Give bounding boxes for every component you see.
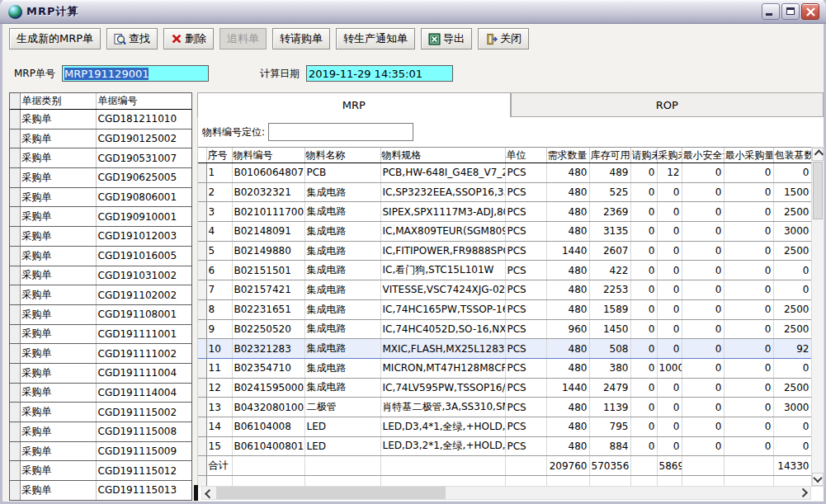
order-row[interactable]: 采购单CGD191108001 xyxy=(10,304,191,324)
cell-demand[interactable]: 480 xyxy=(546,202,589,222)
cell-demand[interactable]: 480 xyxy=(546,163,589,183)
cell-purch-pending[interactable]: 0 xyxy=(657,299,682,319)
cell-purch-pending[interactable]: 0 xyxy=(657,436,682,456)
mrp-row[interactable]: 12B0241595000集成电路IC,74LV595PW,TSSOP16/7P… xyxy=(198,378,811,398)
cell-spec[interactable]: 肖特基二极管,3A,SS310,SM xyxy=(380,398,505,417)
cell-min-purchase[interactable]: 0 xyxy=(724,398,773,417)
cell-unit[interactable]: PCS xyxy=(505,319,546,339)
order-type[interactable]: 采购单 xyxy=(20,246,96,266)
row-selector[interactable] xyxy=(198,182,206,202)
row-selector[interactable] xyxy=(198,339,206,359)
row-selector[interactable] xyxy=(10,403,20,422)
order-no[interactable]: CGD191115008 xyxy=(96,422,191,442)
cell-name[interactable]: 集成电路 xyxy=(304,339,380,359)
cell-available[interactable]: 3135 xyxy=(589,222,630,242)
order-no[interactable]: CGD191115012 xyxy=(96,461,191,481)
col-header-req-pending[interactable]: 请购未 xyxy=(630,148,657,163)
order-row[interactable]: 采购单CGD191111001 xyxy=(10,324,191,344)
cell-pack-base[interactable]: 3000 xyxy=(773,222,811,242)
row-selector[interactable] xyxy=(10,187,20,207)
row-selector[interactable] xyxy=(198,261,206,280)
cell-demand[interactable]: 480 xyxy=(546,182,589,202)
cell-available[interactable]: 1589 xyxy=(589,299,630,319)
cell-req-pending[interactable]: 0 xyxy=(630,339,657,359)
cell-name[interactable]: PCB xyxy=(304,163,380,183)
order-type[interactable]: 采购单 xyxy=(20,422,96,442)
cell-code[interactable]: B0241595000 xyxy=(232,378,304,398)
cell-min-safety[interactable]: 0 xyxy=(682,222,724,242)
col-header-spec[interactable]: 物料规格 xyxy=(380,148,505,163)
cell-min-purchase[interactable]: 0 xyxy=(724,241,773,261)
cell-purch-pending[interactable]: 0 xyxy=(657,398,682,417)
cell-purch-pending[interactable]: 0 xyxy=(657,261,682,280)
cell-seq[interactable]: 12 xyxy=(206,378,232,398)
row-selector[interactable] xyxy=(198,299,206,319)
order-type[interactable]: 采购单 xyxy=(20,304,96,324)
cell-code[interactable]: B02250520 xyxy=(232,319,304,339)
cell-available[interactable]: 380 xyxy=(589,358,630,378)
cell-seq[interactable]: 5 xyxy=(206,241,232,261)
cell-available[interactable]: 884 xyxy=(589,436,630,456)
row-selector[interactable] xyxy=(10,383,20,403)
row-selector[interactable] xyxy=(10,363,20,383)
mrp-row[interactable]: 3B0210111700集成电路SIPEX,SPX1117M3-ADJ,80PC… xyxy=(198,202,811,222)
cell-pack-base[interactable]: 2500 xyxy=(773,299,811,319)
order-no[interactable]: CGD190625005 xyxy=(96,168,191,188)
cell-available[interactable]: 2607 xyxy=(589,241,630,261)
scroll-up-button[interactable] xyxy=(812,148,824,161)
col-header-unit[interactable]: 单位 xyxy=(505,148,546,163)
cell-pack-base[interactable]: 0 xyxy=(773,280,811,300)
cell-code[interactable]: B0210111700 xyxy=(232,202,304,222)
col-header-code[interactable]: 物料编号 xyxy=(232,148,304,163)
cell-pack-base[interactable]: 0 xyxy=(773,358,811,378)
cell-name[interactable]: 集成电路 xyxy=(304,182,380,202)
col-header-order-type[interactable]: 单据类别 xyxy=(20,93,96,110)
row-selector[interactable] xyxy=(198,436,206,456)
cell-unit[interactable]: PCS xyxy=(505,202,546,222)
order-row[interactable]: 采购单CGD190910001 xyxy=(10,207,191,227)
horizontal-scroll-thumb[interactable] xyxy=(216,487,446,499)
titlebar[interactable]: MRP计算 xyxy=(0,0,826,24)
order-row[interactable]: 采购单CGD190806001 xyxy=(10,187,191,207)
order-no[interactable]: CGD191115002 xyxy=(96,403,191,422)
cell-purch-pending[interactable]: 0 xyxy=(657,339,682,359)
order-no[interactable]: CGD190806001 xyxy=(96,187,191,207)
row-selector[interactable] xyxy=(10,207,20,227)
export-button[interactable]: 导出 xyxy=(421,28,472,49)
cell-demand[interactable]: 480 xyxy=(546,299,589,319)
cell-unit[interactable]: PCS xyxy=(505,378,546,398)
order-type[interactable]: 采购单 xyxy=(20,129,96,148)
cell-pack-base[interactable]: 2500 xyxy=(773,319,811,339)
row-selector[interactable] xyxy=(198,398,206,417)
order-no[interactable]: CGD191031002 xyxy=(96,266,191,285)
order-row[interactable]: 采购单CGD191016005 xyxy=(10,246,191,266)
row-selector[interactable] xyxy=(10,148,20,168)
row-selector[interactable] xyxy=(198,222,206,242)
order-row[interactable]: 采购单CGD191115009 xyxy=(10,441,191,461)
order-no[interactable]: CGD190125002 xyxy=(96,129,191,148)
tab-rop[interactable]: ROP xyxy=(511,92,824,117)
order-type[interactable]: 采购单 xyxy=(20,363,96,383)
maximize-button[interactable] xyxy=(781,3,800,20)
cell-req-pending[interactable]: 0 xyxy=(630,398,657,417)
cell-unit[interactable]: PCS xyxy=(505,182,546,202)
cell-req-pending[interactable]: 0 xyxy=(630,182,657,202)
row-selector[interactable] xyxy=(10,246,20,266)
row-selector[interactable] xyxy=(10,227,20,247)
cell-available[interactable]: 795 xyxy=(589,417,630,436)
order-row[interactable]: 采购单CGD181211010 xyxy=(10,110,191,130)
order-row[interactable]: 采购单CGD190125002 xyxy=(10,129,191,148)
cell-seq[interactable]: 7 xyxy=(206,280,232,300)
cell-unit[interactable]: PCS xyxy=(505,398,546,417)
cell-code[interactable]: B0610400801 xyxy=(232,436,304,456)
cell-available[interactable]: 489 xyxy=(589,163,630,183)
cell-req-pending[interactable]: 0 xyxy=(630,261,657,280)
cell-purch-pending[interactable]: 0 xyxy=(657,378,682,398)
cell-purch-pending[interactable]: 0 xyxy=(657,280,682,300)
cell-code[interactable]: B02157421 xyxy=(232,280,304,300)
row-selector[interactable] xyxy=(10,266,20,285)
cell-seq[interactable]: 9 xyxy=(206,319,232,339)
cell-min-safety[interactable]: 0 xyxy=(682,398,724,417)
cell-pack-base[interactable]: 0 xyxy=(773,261,811,280)
cell-pack-base[interactable]: 0 xyxy=(773,436,811,456)
